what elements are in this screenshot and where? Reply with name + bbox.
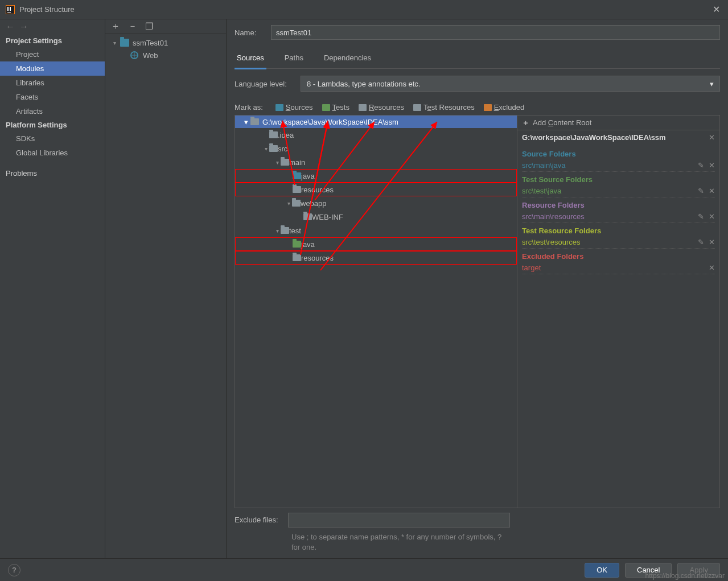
tab-paths[interactable]: Paths bbox=[282, 50, 306, 68]
mark-resources-button[interactable]: Resources bbox=[356, 102, 406, 113]
tree-node-main-resources[interactable]: resources bbox=[235, 183, 517, 196]
plus-icon: ＋ bbox=[522, 118, 529, 128]
tree-node-test[interactable]: test bbox=[235, 224, 517, 237]
remove-icon[interactable]: ✕ bbox=[709, 263, 715, 272]
title-bar: Project Structure ✕ bbox=[0, 0, 728, 19]
directory-tree: G:\workspace\JavaWorkSpace\IDEA\ssm .ide… bbox=[235, 115, 517, 508]
sidebar-item-modules[interactable]: Modules bbox=[0, 61, 105, 76]
module-name-input[interactable] bbox=[271, 25, 720, 40]
copy-module-icon[interactable]: ❐ bbox=[145, 21, 153, 32]
help-icon[interactable]: ? bbox=[8, 564, 20, 576]
language-level-value: 8 - Lambdas, type annotations etc. bbox=[307, 80, 420, 88]
name-label: Name: bbox=[235, 28, 271, 37]
sidebar-item-sdks[interactable]: SDKs bbox=[0, 131, 105, 146]
language-level-label: Language level: bbox=[235, 80, 301, 88]
close-icon[interactable]: ✕ bbox=[710, 2, 722, 17]
mark-tests-button[interactable]: Tests bbox=[320, 102, 352, 113]
web-facet-icon bbox=[130, 51, 139, 59]
sidebar-heading-project-settings: Project Settings bbox=[0, 34, 105, 47]
resource-folder-item[interactable]: src\main\resources✎✕ bbox=[522, 211, 715, 223]
source-folders-title: Source Folders bbox=[522, 150, 715, 158]
caret-down-icon[interactable] bbox=[113, 40, 120, 46]
remove-module-icon[interactable]: － bbox=[128, 20, 137, 32]
folder-icon bbox=[269, 131, 278, 138]
module-node-web[interactable]: Web bbox=[108, 49, 224, 61]
remove-content-root-icon[interactable]: ✕ bbox=[709, 133, 715, 142]
caret-down-icon[interactable] bbox=[244, 118, 248, 126]
tree-node-webapp[interactable]: webapp bbox=[235, 196, 517, 210]
tree-node-webinf[interactable]: WEB-INF bbox=[235, 210, 517, 224]
sidebar-item-libraries[interactable]: Libraries bbox=[0, 76, 105, 90]
test-source-folder-item[interactable]: src\test\java✎✕ bbox=[522, 185, 715, 197]
test-resource-folder-icon bbox=[293, 254, 301, 261]
module-node-root[interactable]: ssmTest01 bbox=[108, 36, 224, 49]
chevron-down-icon: ▾ bbox=[710, 80, 714, 88]
content-root-path-row: G:\workspace\JavaWorkSpace\IDEA\ssm✕ bbox=[517, 130, 719, 144]
folder-icon bbox=[484, 104, 492, 111]
facet-name: Web bbox=[143, 51, 158, 60]
sidebar-item-problems[interactable]: Problems bbox=[0, 167, 105, 180]
test-source-folders-title: Test Source Folders bbox=[522, 175, 715, 184]
tree-root-path: G:\workspace\JavaWorkSpace\IDEA\ssm bbox=[262, 118, 398, 126]
test-folder-icon bbox=[293, 241, 301, 248]
modules-toolbar: ＋ － ❐ bbox=[105, 19, 226, 34]
tree-node-test-resources[interactable]: resources bbox=[235, 251, 517, 265]
test-resource-folder-item[interactable]: src\test\resources✎✕ bbox=[522, 236, 715, 249]
folder-icon bbox=[303, 213, 312, 220]
resource-folder-icon bbox=[293, 186, 301, 193]
edit-icon[interactable]: ✎ bbox=[698, 187, 704, 195]
sidebar-item-global-libraries[interactable]: Global Libraries bbox=[0, 146, 105, 160]
settings-sidebar: ← → Project Settings Project Modules Lib… bbox=[0, 19, 105, 558]
edit-icon[interactable]: ✎ bbox=[698, 212, 704, 221]
mark-test-resources-button[interactable]: Test Resources bbox=[411, 102, 477, 113]
intellij-icon bbox=[6, 5, 15, 14]
remove-icon[interactable]: ✕ bbox=[709, 161, 715, 170]
caret-down-icon[interactable] bbox=[262, 146, 269, 152]
excluded-folder-item[interactable]: target✕ bbox=[522, 262, 715, 274]
edit-icon[interactable]: ✎ bbox=[698, 238, 704, 246]
mark-as-row: Mark as: Sources Tests Resources Test Re… bbox=[235, 102, 720, 113]
tree-node-main[interactable]: main bbox=[235, 155, 517, 169]
mark-as-label: Mark as: bbox=[235, 103, 263, 112]
tree-node-test-java[interactable]: java bbox=[235, 237, 517, 251]
sidebar-item-facets[interactable]: Facets bbox=[0, 90, 105, 104]
caret-down-icon[interactable] bbox=[285, 200, 292, 207]
watermark-text: https://blog.csdn.net/zzvar bbox=[645, 572, 725, 580]
exclude-files-input[interactable] bbox=[288, 513, 510, 528]
folder-icon bbox=[359, 104, 367, 111]
remove-icon[interactable]: ✕ bbox=[709, 238, 715, 246]
add-content-root-button[interactable]: ＋Add Content Root bbox=[517, 116, 719, 130]
caret-down-icon[interactable] bbox=[274, 228, 281, 234]
edit-icon[interactable]: ✎ bbox=[698, 161, 704, 170]
caret-down-icon[interactable] bbox=[274, 159, 281, 166]
svg-rect-2 bbox=[7, 7, 9, 11]
exclude-files-hint: Use ; to separate name patterns, * for a… bbox=[235, 532, 508, 558]
dialog-footer: ? OK Cancel Apply bbox=[0, 558, 728, 581]
source-folder-icon bbox=[293, 172, 301, 179]
language-level-select[interactable]: 8 - Lambdas, type annotations etc. ▾ bbox=[301, 76, 720, 92]
mark-excluded-button[interactable]: Excluded bbox=[482, 102, 527, 113]
tree-node-main-java[interactable]: java bbox=[235, 169, 517, 183]
mark-sources-button[interactable]: Sources bbox=[273, 102, 315, 113]
add-module-icon[interactable]: ＋ bbox=[111, 20, 120, 32]
sidebar-item-project[interactable]: Project bbox=[0, 47, 105, 61]
remove-icon[interactable]: ✕ bbox=[709, 187, 715, 195]
tree-root[interactable]: G:\workspace\JavaWorkSpace\IDEA\ssm bbox=[235, 116, 517, 128]
ok-button[interactable]: OK bbox=[585, 563, 619, 578]
forward-icon[interactable]: → bbox=[19, 22, 28, 32]
content-root-pane: ＋Add Content Root G:\workspace\JavaWorkS… bbox=[517, 115, 720, 508]
excluded-folders-title: Excluded Folders bbox=[522, 252, 715, 261]
sidebar-item-artifacts[interactable]: Artifacts bbox=[0, 104, 105, 118]
remove-icon[interactable]: ✕ bbox=[709, 212, 715, 221]
back-icon[interactable]: ← bbox=[6, 22, 15, 32]
folder-icon bbox=[275, 104, 283, 111]
tree-node-src[interactable]: src bbox=[235, 142, 517, 155]
resource-folders-title: Resource Folders bbox=[522, 201, 715, 209]
tab-sources[interactable]: Sources bbox=[235, 50, 266, 69]
source-folder-item[interactable]: src\main\java✎✕ bbox=[522, 159, 715, 172]
tree-node-idea[interactable]: .idea bbox=[235, 128, 517, 142]
tab-dependencies[interactable]: Dependencies bbox=[322, 50, 373, 68]
svg-rect-3 bbox=[10, 7, 11, 11]
folder-icon bbox=[292, 200, 301, 207]
window-title: Project Structure bbox=[19, 5, 710, 14]
